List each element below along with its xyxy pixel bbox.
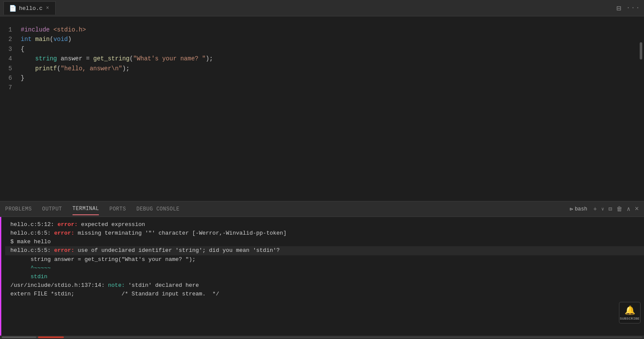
code-token: (: [129, 54, 133, 63]
terminal-text: 'stdin' declared here: [128, 281, 199, 290]
bottom-scrollbar-bar: [0, 336, 644, 339]
file-icon: 📄: [9, 5, 16, 12]
terminal-line: $ make hello: [5, 238, 644, 246]
terminal-line: stdin: [5, 273, 644, 281]
subscribe-icon: 🔔: [625, 305, 635, 316]
code-token: int: [21, 35, 35, 44]
code-editor[interactable]: #include <stdio.h>int main(void){ string…: [17, 16, 638, 201]
code-token: answer =: [57, 54, 93, 63]
split-editor-icon[interactable]: ⊟: [616, 3, 621, 13]
scrollbar-thumb[interactable]: [640, 42, 642, 60]
line-number: 4: [7, 54, 12, 63]
code-token: printf: [35, 64, 57, 73]
terminal-text: hello.c:5:5:: [10, 246, 54, 255]
panel-tab-debug-console[interactable]: DEBUG CONSOLE: [136, 204, 180, 215]
shell-label: bash: [575, 206, 587, 212]
close-panel-button[interactable]: ×: [635, 205, 639, 213]
code-token: string: [35, 54, 57, 63]
terminal-text: missing terminating '"' character [-Werr…: [78, 229, 287, 238]
line-number: 5: [7, 64, 12, 73]
panel-tab-bar: PROBLEMSOUTPUTTERMINALPORTSDEBUG CONSOLE…: [0, 201, 644, 217]
bottom-error-indicator: [38, 336, 64, 338]
terminal-line: hello.c:5:5: error: use of undeclared id…: [5, 246, 644, 255]
terminal-content[interactable]: hello.c:5:12: error: expected expression…: [0, 217, 644, 336]
line-number: 3: [7, 44, 12, 54]
editor-scrollbar[interactable]: [638, 16, 644, 201]
terminal-text: expected expression: [81, 220, 145, 229]
panel-tab-list: PROBLEMSOUTPUTTERMINALPORTSDEBUG CONSOLE: [5, 203, 180, 215]
terminal-text: ^~~~~~: [10, 264, 51, 273]
code-token: get_string: [93, 54, 129, 63]
terminal-text: hello.c:5:12:: [10, 220, 57, 229]
terminal-line: ^~~~~~: [5, 264, 644, 273]
new-terminal-button[interactable]: ⊳ bash: [568, 205, 589, 213]
tab-hello-c[interactable]: 📄 hello.c ×: [3, 1, 56, 15]
terminal-text: stdin: [10, 273, 47, 281]
line-number: 7: [7, 83, 12, 92]
terminal-text: extern FILE *stdin; /* Standard input st…: [10, 290, 219, 298]
terminal-text: string answer = get_string("What's your …: [10, 255, 196, 264]
panel-tab-terminal[interactable]: TERMINAL: [73, 203, 99, 215]
subscribe-button[interactable]: 🔔 SUBSCRIBE: [619, 302, 641, 323]
terminal-text: use of undeclared identifier 'string'; d…: [78, 246, 280, 255]
code-token: (: [50, 35, 53, 44]
code-token: <stdio.h>: [54, 25, 86, 35]
terminal-line: hello.c:6:5: error: missing terminating …: [5, 229, 644, 238]
panel-actions: ⊳ bash + ∨ ⊟ 🗑 ∧ ×: [568, 205, 639, 213]
panel-tab-ports[interactable]: PORTS: [109, 204, 126, 215]
code-token: {: [21, 44, 24, 54]
terminal-text: /usr/include/stdio.h:137:14:: [10, 281, 108, 290]
terminal-text: hello.c:6:5:: [10, 229, 54, 238]
terminal-text: error:: [54, 229, 78, 238]
code-line: }: [17, 73, 638, 83]
line-number: 2: [7, 35, 12, 44]
terminal-text: error:: [57, 220, 81, 229]
code-line: printf("hello, answer\n");: [17, 64, 638, 73]
code-line: {: [17, 44, 638, 54]
terminal-line: /usr/include/stdio.h:137:14: note: 'stdi…: [5, 281, 644, 290]
bottom-scrollbar-track[interactable]: [2, 336, 642, 338]
subscribe-label: SUBSCRIBE: [620, 317, 640, 320]
code-line: #include <stdio.h>: [17, 25, 638, 35]
maximize-panel-icon[interactable]: ∧: [627, 205, 630, 213]
line-numbers: 1234567: [0, 16, 17, 201]
terminal-text: note:: [108, 281, 128, 290]
more-actions-icon[interactable]: ···: [626, 4, 641, 12]
tab-list: 📄 hello.c ×: [3, 1, 56, 15]
tab-close-button[interactable]: ×: [45, 4, 50, 12]
code-token: }: [21, 73, 24, 83]
code-token: "What's your name? ": [133, 54, 205, 63]
terminal-line: hello.c:5:12: error: expected expression: [5, 220, 644, 229]
panel-tab-problems[interactable]: PROBLEMS: [5, 204, 32, 215]
terminal-text: error:: [54, 246, 78, 255]
code-token: (: [57, 64, 60, 73]
bottom-scroll-thumb[interactable]: [2, 336, 36, 338]
terminal-text: $ make hello: [10, 238, 51, 246]
code-token: );: [122, 64, 129, 73]
tab-filename: hello.c: [19, 5, 43, 12]
panel-tab-output[interactable]: OUTPUT: [42, 204, 62, 215]
editor-toolbar: ⊟ ···: [616, 3, 641, 13]
kill-terminal-icon[interactable]: 🗑: [616, 206, 622, 213]
code-token: [21, 54, 35, 63]
split-terminal-icon[interactable]: ⊟: [609, 205, 612, 213]
code-token: main: [35, 35, 50, 44]
tab-bar: 📄 hello.c × ⊟ ···: [0, 0, 644, 16]
line-number: 1: [7, 25, 12, 35]
code-token: ): [68, 35, 71, 44]
terminal-line: string answer = get_string("What's your …: [5, 255, 644, 264]
code-line: string answer = get_string("What's your …: [17, 54, 638, 63]
code-token: #include: [21, 25, 54, 35]
code-line: int main(void): [17, 35, 638, 44]
panel-area: PROBLEMSOUTPUTTERMINALPORTSDEBUG CONSOLE…: [0, 201, 644, 339]
code-token: void: [54, 35, 68, 44]
add-terminal-button[interactable]: +: [593, 206, 597, 213]
editor-area: 1234567 #include <stdio.h>int main(void)…: [0, 16, 644, 201]
terminal-left-border: [0, 217, 1, 336]
code-token: );: [206, 54, 213, 63]
code-token: [21, 64, 35, 73]
line-number: 6: [7, 73, 12, 83]
code-token: "hello, answer\n": [60, 64, 122, 73]
terminal-icon: ⊳: [570, 206, 573, 213]
chevron-down-icon[interactable]: ∨: [601, 206, 604, 212]
